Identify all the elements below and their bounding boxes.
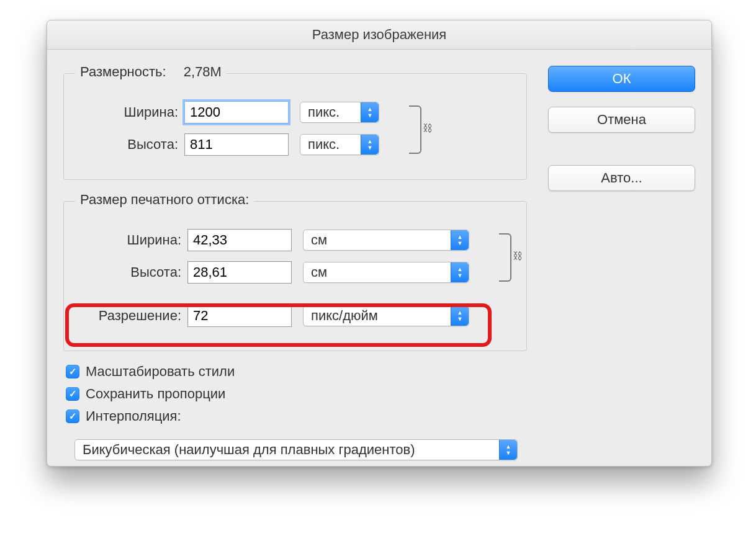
cancel-button[interactable]: Отмена [548,107,695,133]
resample-checkbox[interactable]: ✓ [66,409,79,423]
pixel-height-label: Высота: [79,136,178,153]
stepper-icon: ▲▼ [451,306,469,326]
stepper-icon: ▲▼ [451,230,469,250]
scale-styles-label: Масштабировать стили [86,364,235,380]
scale-styles-checkbox[interactable]: ✓ [66,365,79,378]
pixel-height-unit-value: пикс. [308,136,340,153]
pixel-height-input[interactable] [184,133,289,156]
interpolation-value: Бикубическая (наилучшая для плавных град… [83,442,415,458]
interpolation-select[interactable]: Бикубическая (наилучшая для плавных град… [74,439,518,460]
pixel-width-unit-value: пикс. [308,104,340,120]
constrain-proportions-checkbox[interactable]: ✓ [66,387,79,401]
print-height-unit-select[interactable]: см ▲▼ [303,262,469,283]
print-width-unit-value: см [311,232,327,248]
print-width-label: Ширина: [79,232,181,248]
resample-label: Интерполяция: [86,408,181,424]
resolution-input[interactable] [187,305,292,327]
print-size-legend: Размер печатного оттиска: [80,192,249,207]
resolution-unit-select[interactable]: пикс/дюйм ▲▼ [303,305,469,326]
print-height-input[interactable] [187,261,292,284]
pixel-height-unit-select[interactable]: пикс. ▲▼ [300,134,379,155]
stepper-icon: ▲▼ [361,102,379,122]
print-height-label: Высота: [79,264,181,280]
ok-button[interactable]: ОК [548,66,695,92]
resolution-label: Разрешение: [79,308,181,324]
pixel-width-label: Ширина: [79,104,178,120]
pixel-dimensions-legend-label: Размерность: [80,64,166,79]
print-height-unit-value: см [311,264,327,280]
constrain-link-pixel: ⛓ [390,105,421,151]
print-width-input[interactable] [187,229,292,251]
pixel-width-input[interactable] [184,101,289,123]
constrain-link-print: ⛓ [480,233,511,279]
print-width-unit-select[interactable]: см ▲▼ [303,230,469,251]
chain-link-icon: ⛓ [423,123,433,134]
image-size-dialog: Размер изображения Размерность: 2,78М Ши… [47,20,712,467]
stepper-icon: ▲▼ [499,440,517,460]
chain-link-icon: ⛓ [513,251,523,262]
auto-button[interactable]: Авто... [548,165,695,191]
resolution-unit-value: пикс/дюйм [311,308,378,324]
constrain-proportions-label: Сохранить пропорции [86,386,225,402]
stepper-icon: ▲▼ [361,135,379,154]
stepper-icon: ▲▼ [451,262,469,282]
print-size-group: Размер печатного оттиска: Ширина: см ▲▼ [63,201,527,351]
pixel-width-unit-select[interactable]: пикс. ▲▼ [300,102,379,123]
pixel-dimensions-group: Размерность: 2,78М Ширина: пикс. ▲▼ [63,73,527,180]
window-title: Размер изображения [47,20,711,50]
pixel-dimensions-legend-value: 2,78М [184,64,222,79]
